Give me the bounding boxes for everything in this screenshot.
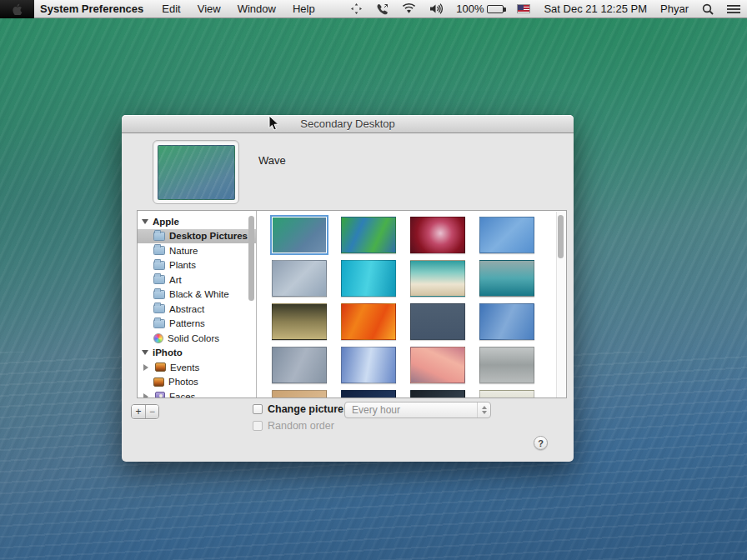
- sidebar-label: Abstract: [169, 304, 204, 314]
- folder-icon: [153, 246, 165, 255]
- wallpaper-thumbnail-blue-abstract[interactable]: [479, 303, 534, 340]
- random-order-row: Random order: [253, 420, 334, 432]
- sidebar-item-black-white[interactable]: Black & White: [138, 288, 256, 302]
- wallpaper-thumbnail-beach[interactable]: [410, 260, 465, 297]
- wallpaper-thumbnail-ink-swirl[interactable]: [341, 217, 396, 253]
- menu-status-area: 100% Sat Dec 21 12:25 PM Phyar: [343, 0, 747, 18]
- sidebar-label: iPhoto: [153, 348, 183, 358]
- menu-help[interactable]: Help: [284, 0, 323, 18]
- change-picture-checkbox[interactable]: [253, 404, 263, 414]
- source-list-rows: AppleDesktop PicturesNaturePlantsArtBlac…: [138, 214, 256, 398]
- wallpaper-thumbnail-earth-night[interactable]: [341, 390, 396, 398]
- clock-menu[interactable]: Sat Dec 21 12:25 PM: [537, 0, 654, 18]
- mouse-cursor: [268, 116, 280, 134]
- disclosure-right-icon[interactable]: [143, 393, 148, 398]
- wallpaper-browser: AppleDesktop PicturesNaturePlantsArtBlac…: [137, 210, 567, 398]
- sidebar-group-iphoto[interactable]: iPhoto: [138, 346, 256, 361]
- wallpaper-thumbnail-wave-green[interactable]: [272, 217, 327, 253]
- wallpaper-thumbnail-frost-trees[interactable]: [479, 260, 534, 297]
- sidebar-item-abstract[interactable]: Abstract: [138, 302, 256, 317]
- menu-app-name[interactable]: System Preferences: [34, 0, 153, 18]
- wallpaper-thumbnail-grass-field[interactable]: [272, 303, 327, 340]
- sidebar-label: Black & White: [169, 289, 229, 299]
- folder-icon: [153, 232, 165, 241]
- thumbnail-grid: [272, 217, 555, 398]
- folder-icon: [153, 290, 165, 299]
- notification-center-icon[interactable]: [720, 0, 747, 18]
- photos-icon: [153, 378, 164, 387]
- window-title: Secondary Desktop: [300, 118, 394, 130]
- sidebar-item-desktop-pictures[interactable]: Desktop Pictures: [138, 229, 256, 244]
- current-wallpaper-well: [153, 140, 239, 204]
- battery-percent-label: 100%: [456, 2, 484, 15]
- window-title-bar[interactable]: Secondary Desktop: [122, 115, 574, 133]
- apple-logo-icon: [13, 3, 23, 15]
- sidebar-scrollbar[interactable]: [248, 216, 254, 301]
- folder-add-remove-buttons: + −: [131, 404, 159, 419]
- change-picture-label: Change picture:: [268, 403, 347, 415]
- wallpaper-thumbnail-slate-pattern[interactable]: [410, 303, 465, 340]
- sidebar-label: Faces: [169, 392, 195, 398]
- wallpaper-thumbnail-orange-abstract[interactable]: [341, 303, 396, 340]
- disclosure-down-icon[interactable]: [142, 350, 148, 355]
- phone-handoff-icon[interactable]: [369, 0, 395, 18]
- volume-icon[interactable]: [423, 0, 449, 18]
- disclosure-down-icon[interactable]: [142, 219, 148, 224]
- user-menu[interactable]: Phyar: [654, 0, 695, 18]
- random-order-checkbox[interactable]: [253, 421, 263, 431]
- sidebar-item-patterns[interactable]: Patterns: [138, 317, 256, 332]
- wifi-icon[interactable]: [395, 0, 423, 18]
- menu-items: System PreferencesEditViewWindowHelp: [34, 0, 323, 18]
- sidebar-item-nature[interactable]: Nature: [138, 243, 256, 258]
- wallpaper-thumbnail-savanna[interactable]: [479, 390, 534, 398]
- sidebar-item-solid-colors[interactable]: Solid Colors: [138, 331, 256, 346]
- battery-menu[interactable]: 100%: [449, 0, 510, 18]
- wallpaper-thumbnail-dark-wave[interactable]: [410, 390, 465, 398]
- sidebar-item-faces[interactable]: Faces: [138, 389, 256, 398]
- menu-window[interactable]: Window: [229, 0, 284, 18]
- wallpaper-thumbnail-pink-clouds[interactable]: [410, 347, 465, 383]
- grid-scrollbar-thumb[interactable]: [558, 215, 564, 258]
- apple-menu[interactable]: [0, 0, 34, 18]
- input-language-flag-icon[interactable]: [510, 0, 537, 18]
- sidebar-label: Desktop Pictures: [169, 231, 248, 241]
- menu-bar: System PreferencesEditViewWindowHelp: [0, 0, 747, 18]
- remove-folder-button[interactable]: −: [145, 405, 158, 418]
- sidebar-label: Events: [170, 362, 199, 372]
- wallpaper-thumbnail-red-canyon[interactable]: [410, 217, 465, 253]
- add-folder-button[interactable]: +: [132, 405, 145, 418]
- sidebar-group-apple[interactable]: Apple: [138, 214, 256, 229]
- dropdown-stepper-icon: [477, 402, 490, 418]
- sidebar-label: Apple: [153, 217, 179, 227]
- screen-sharing-icon[interactable]: [343, 0, 369, 18]
- folder-icon: [153, 319, 165, 328]
- sidebar-label: Photos: [168, 377, 198, 387]
- menu-edit[interactable]: Edit: [153, 0, 188, 18]
- thumbnail-pane: [257, 211, 566, 398]
- source-list: AppleDesktop PicturesNaturePlantsArtBlac…: [138, 211, 257, 398]
- wallpaper-thumbnail-sand-dune[interactable]: [272, 390, 327, 398]
- help-button[interactable]: ?: [534, 436, 548, 450]
- sidebar-item-plants[interactable]: Plants: [138, 258, 256, 273]
- current-wallpaper-name: Wave: [258, 154, 286, 167]
- wallpaper-thumbnail-blue-wave[interactable]: [479, 217, 534, 253]
- menu-view[interactable]: View: [189, 0, 229, 18]
- sidebar-item-photos[interactable]: Photos: [138, 375, 256, 390]
- folder-icon: [153, 304, 165, 313]
- secondary-desktop-window: Secondary Desktop Wave AppleDesktop Pict…: [122, 115, 574, 462]
- wallpaper-thumbnail-turquoise-swirl[interactable]: [341, 260, 396, 297]
- change-interval-dropdown[interactable]: Every hour: [344, 402, 491, 418]
- battery-icon: [487, 5, 504, 13]
- wallpaper-thumbnail-glacier[interactable]: [341, 347, 396, 383]
- user-label: Phyar: [660, 2, 689, 15]
- spotlight-search-icon[interactable]: [695, 0, 720, 18]
- wallpaper-thumbnail-foggy-lake[interactable]: [479, 347, 534, 383]
- sidebar-item-events[interactable]: Events: [138, 360, 256, 375]
- sidebar-item-art[interactable]: Art: [138, 272, 256, 288]
- grid-scrollbar-track[interactable]: [556, 212, 565, 398]
- disclosure-right-icon[interactable]: [143, 364, 148, 371]
- wallpaper-thumbnail-gray-wave[interactable]: [272, 260, 327, 297]
- current-wallpaper-thumbnail: [158, 145, 235, 200]
- wallpaper-thumbnail-gray-tornado[interactable]: [272, 347, 327, 383]
- sidebar-label: Art: [169, 275, 182, 285]
